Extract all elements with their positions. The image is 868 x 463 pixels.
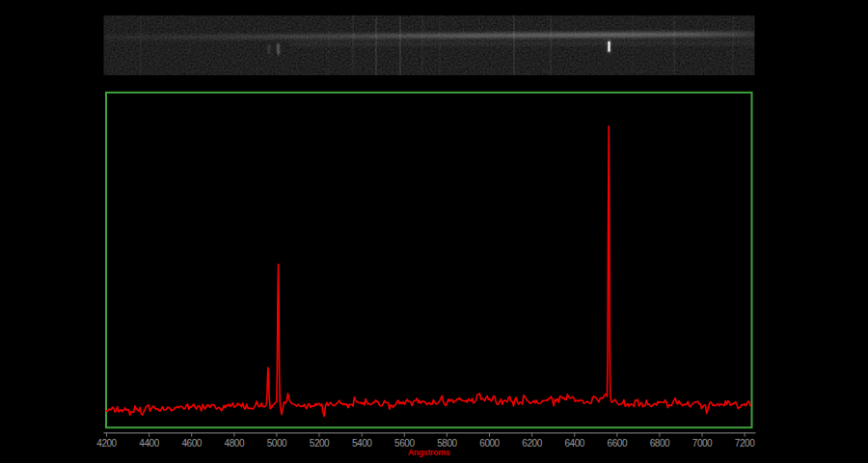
svg-text:6000: 6000 bbox=[479, 438, 500, 449]
svg-text:4800: 4800 bbox=[225, 438, 245, 449]
svg-text:4200: 4200 bbox=[96, 438, 117, 449]
svg-text:5400: 5400 bbox=[352, 438, 372, 449]
svg-text:7200: 7200 bbox=[735, 438, 755, 449]
svg-text:6600: 6600 bbox=[608, 438, 628, 449]
svg-text:6200: 6200 bbox=[522, 438, 542, 449]
svg-text:5000: 5000 bbox=[267, 438, 287, 449]
svg-text:5200: 5200 bbox=[310, 438, 330, 449]
svg-text:4400: 4400 bbox=[139, 438, 159, 449]
svg-text:6800: 6800 bbox=[650, 438, 670, 449]
svg-text:Angstroms: Angstroms bbox=[408, 448, 450, 457]
svg-text:4600: 4600 bbox=[181, 438, 202, 449]
svg-text:6400: 6400 bbox=[564, 438, 584, 449]
svg-text:7000: 7000 bbox=[692, 438, 713, 449]
